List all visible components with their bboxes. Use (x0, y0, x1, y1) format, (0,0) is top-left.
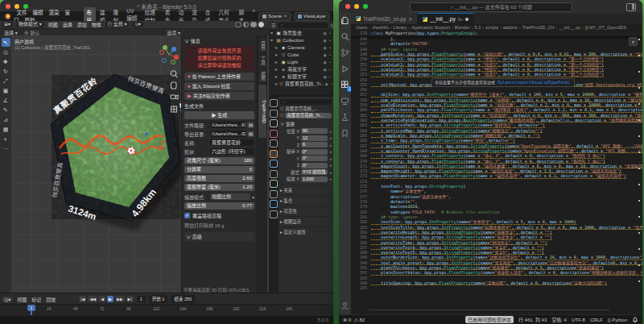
outliner-row[interactable]: ▸a海拔文字◉ ▪ (269, 65, 333, 73)
field-value[interactable]: 真聚贯百花岭 (210, 139, 254, 146)
code-line[interactable]: 295 (351, 285, 642, 290)
timeline-editor-icon[interactable]: ◷▾ (2, 297, 12, 302)
search-icon[interactable] (341, 32, 349, 41)
breadcrumb-item[interactable]: Library (394, 25, 407, 30)
language-mode[interactable]: {} Python (608, 318, 627, 322)
breadcrumb-item[interactable]: {} MY_OT_Open3DS (585, 25, 626, 30)
remote-explorer-icon[interactable] (341, 97, 349, 106)
transport-2[interactable]: ◀ (99, 296, 105, 302)
tool-icon[interactable]: ∠ (2, 96, 10, 105)
properties-tab-icon[interactable] (270, 210, 278, 218)
frame-end-field[interactable]: 结束 250 (171, 295, 195, 303)
transport-3[interactable]: ▶ (107, 296, 114, 302)
outliner-row[interactable]: ▾▤Collection◉ ▪ (269, 36, 333, 44)
transform-row[interactable]: Z6● (280, 142, 332, 149)
slider-row[interactable]: 对角尺寸 (毫米)180 (184, 157, 254, 164)
notifications-bell-icon[interactable] (632, 316, 638, 323)
properties-tab-icon[interactable] (270, 200, 278, 208)
blender-logo-icon[interactable] (5, 14, 10, 19)
orientation-dropdown[interactable]: ⬡ 全局 ▾ (105, 22, 130, 27)
menu-编辑[interactable]: 编辑 (33, 10, 43, 15)
transport-0[interactable]: |◀ (79, 296, 86, 302)
transform-row[interactable]: 缩放 X1.000● (280, 176, 332, 183)
panel-button[interactable]: ●加入 Discord 社区 (184, 82, 254, 90)
field-value[interactable]: /Users/zhes...97 (1).gpx (210, 122, 246, 128)
breadcrumb-item[interactable]: Application Support (411, 25, 450, 30)
bookmarks-icon[interactable] (341, 129, 349, 138)
breadcrumb-item[interactable]: __init__.py (559, 25, 580, 30)
panel-header-可见性[interactable]: ▸ 可见性 (280, 206, 332, 214)
tool-icon[interactable]: ↻ (2, 67, 10, 76)
tool-icon[interactable]: ⋯ (2, 144, 10, 153)
indentation[interactable]: 空格: 4 (551, 316, 567, 323)
editor-gear-icon[interactable]: ✲ (629, 37, 638, 46)
testing-icon[interactable] (341, 113, 349, 122)
panel-button[interactable]: ▶关注B站汉化作者 (184, 92, 254, 100)
command-center[interactable]: ⌕ __init__.py — 此文件存在 63 个问题 (410, 2, 572, 12)
folder-icon[interactable]: ▤ (247, 131, 254, 137)
minimize-button[interactable] (354, 4, 359, 9)
transform-panel-header[interactable]: ∨ 变换 (280, 121, 332, 127)
transform-row[interactable]: 模式XYZ 欧拉角● (280, 169, 332, 177)
outliner-filter-icon[interactable]: ☰ (271, 23, 275, 28)
status-notice[interactable]: 已启用问题检查状态 (465, 316, 514, 323)
navigation-gizmo[interactable] (158, 44, 180, 66)
outliner-row[interactable]: ▸◆Camera◉ ▪ (269, 44, 333, 51)
breadcrumb-item[interactable]: Users (356, 25, 367, 30)
timeline-menu-标记[interactable]: 标记 (31, 297, 41, 302)
timeline-menu-视图[interactable]: 视图 (17, 297, 27, 302)
editor-tab[interactable]: __init__.py9+ (418, 13, 474, 24)
sidebar-tab-TrailPrint3D[interactable]: TrailPrint3D (258, 85, 266, 138)
properties-tab-icon[interactable] (270, 190, 278, 198)
breadcrumb-item[interactable]: scripts (485, 25, 498, 30)
properties-breadcrumb[interactable]: ▽真聚贯百花岭_... (280, 106, 332, 113)
properties-tab-icon[interactable] (270, 139, 278, 147)
panel-header-视图显示[interactable]: ▸ 视图显示 (280, 216, 332, 225)
properties-tab-icon[interactable] (270, 130, 278, 138)
transport-5[interactable]: ▶| (126, 296, 134, 302)
outliner-row[interactable]: ▸▽Cube◉ ▪ (269, 51, 333, 58)
frame-start-field[interactable]: 开始 1 (149, 295, 168, 303)
tool-icon[interactable]: ▣ (2, 86, 10, 95)
code-editor[interactable]: 178class MyProperties(bpy.types.Property… (351, 31, 642, 310)
field-value[interactable]: 六边形 (环绕字) (210, 148, 254, 155)
editor-tab[interactable]: TrailPrint3D_cn.py✕ (351, 13, 418, 24)
shading-wireframe-icon[interactable] (235, 22, 242, 28)
breadcrumb[interactable]: Users›zheshifu›Library›Application Suppo… (351, 24, 642, 31)
overwrite-elevation-checkbox[interactable]: ✓ 覆盖路径高程 (184, 212, 254, 219)
viewport-menu-视图[interactable]: 视图 (48, 23, 58, 27)
properties-tab-icon[interactable] (270, 180, 278, 188)
folder-icon[interactable]: ▤ (247, 122, 254, 128)
tool-icon[interactable]: ⊿ (2, 115, 10, 124)
problems-summary[interactable]: ⊗ 0 ⚠ 82 (343, 317, 365, 322)
panel-header-关系[interactable]: ▸ 关系 (280, 185, 332, 193)
outliner-funnel-icon[interactable]: ▽ (330, 23, 333, 28)
tool-icon[interactable]: ◎ (2, 48, 10, 56)
viewport-menu-添加[interactable]: 添加 (77, 23, 87, 27)
breadcrumb-item[interactable]: TrailPrint3D_CN (522, 25, 555, 30)
extensions-item[interactable]: 1 (341, 81, 349, 89)
properties-tab-icon[interactable] (270, 110, 278, 118)
menu-文件[interactable]: 文件 (17, 10, 27, 15)
close-button[interactable] (345, 4, 350, 9)
explorer-icon[interactable] (341, 16, 349, 25)
account-icon[interactable] (341, 301, 349, 310)
shading-material-icon[interactable] (250, 22, 257, 28)
playhead[interactable]: 1 (27, 305, 35, 311)
scene-selector[interactable]: Scene✕ (258, 12, 291, 21)
tool-icon[interactable]: ⤢ (2, 77, 10, 85)
timeline-ruler[interactable]: 1 24487296120144168192216240 (0, 304, 333, 316)
properties-tab-icon[interactable] (270, 150, 278, 158)
tool-icon[interactable]: ✎ (2, 106, 10, 114)
horizontal-scrollbar[interactable] (369, 309, 610, 310)
editor-type-button[interactable]: ⊞▾ (2, 22, 13, 27)
viewport-menu-物体[interactable]: 物体 (92, 23, 101, 27)
scale-ratio-slider[interactable]: 缩放比例 0.77 (184, 202, 254, 210)
panel-header-集合[interactable]: ▸ 集合 (280, 195, 332, 204)
properties-tab-icon[interactable] (270, 119, 278, 127)
run-debug-icon[interactable] (341, 64, 349, 73)
close-tab-icon[interactable]: ✕ (408, 16, 412, 22)
outliner-row[interactable]: ▸▽真聚贯百花岭_Tr..◉ ▪ (269, 80, 333, 87)
advanced-section-header[interactable]: ∨ 高级 (184, 232, 254, 241)
breadcrumb-item[interactable]: 5.0 (475, 25, 481, 30)
